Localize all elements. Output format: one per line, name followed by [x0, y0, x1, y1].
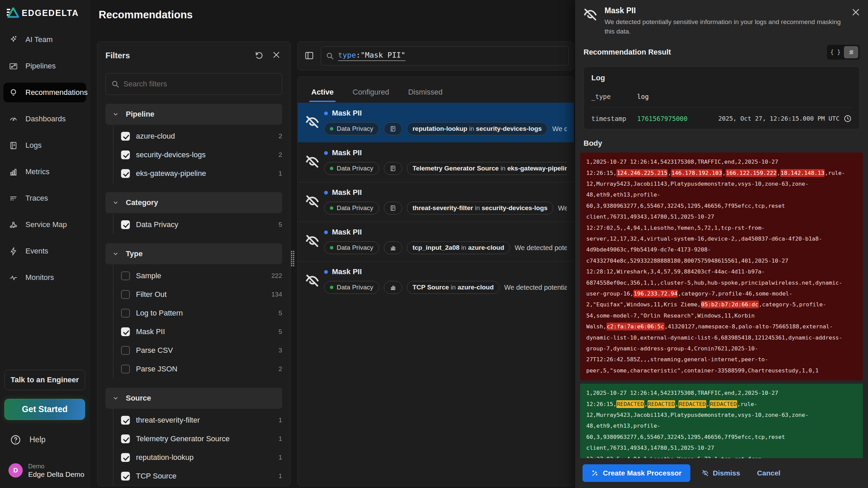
category-badge: Data Privacy: [324, 281, 379, 294]
sidebar-item-ai-team[interactable]: AI Team: [3, 30, 86, 49]
page-title: Recommendations: [99, 9, 193, 21]
sidebar-item-monitors[interactable]: Monitors: [3, 268, 86, 287]
filter-section-source[interactable]: Source: [105, 388, 282, 409]
filter-count: 1: [278, 472, 282, 480]
search-query[interactable]: type:"Mask PII": [338, 51, 406, 61]
talk-to-engineer-button[interactable]: Talk to an Engineer: [4, 370, 85, 390]
log-line: client,76731,49343,14780,51,2025-10-27: [586, 211, 857, 222]
get-started-button[interactable]: Get Started: [4, 399, 85, 420]
doc-icon: [390, 125, 396, 132]
filter-section-pipeline[interactable]: Pipeline: [105, 104, 282, 125]
sidebar-item-logs[interactable]: Logs: [3, 136, 86, 155]
log-line: Walsh,c2:fa:7a:e6:06:5c,41320127,namespa…: [586, 321, 857, 332]
checkbox[interactable]: [121, 132, 130, 141]
new-state-dot: [324, 230, 328, 234]
filter-search-input[interactable]: [123, 80, 276, 88]
checkbox[interactable]: [121, 290, 130, 299]
checkbox[interactable]: [121, 169, 130, 178]
panel-title: Mask PII: [605, 6, 848, 15]
reset-filters-button[interactable]: [253, 49, 264, 62]
checkbox[interactable]: [121, 327, 130, 336]
log-line: 54,some-model-7,"Orlin Research",Windows…: [586, 310, 857, 321]
filter-option-reputation-lookup[interactable]: reputation-lookup 1: [121, 448, 282, 467]
filter-section-category[interactable]: Category: [105, 192, 282, 213]
sidebar-item-service-map[interactable]: Service Map: [3, 215, 86, 235]
filter-option-sample[interactable]: Sample 222: [121, 266, 282, 285]
close-panel-button[interactable]: [851, 7, 861, 18]
sidebar-item-dashboards[interactable]: Dashboards: [3, 109, 86, 129]
log-line: 27T12:26:42.585Z,,,streaming,general-int…: [586, 354, 857, 365]
checkbox[interactable]: [121, 434, 130, 443]
checkbox[interactable]: [121, 271, 130, 280]
filter-option-security-devices-logs[interactable]: security-devices-logs 2: [121, 145, 282, 164]
new-state-dot: [324, 270, 328, 274]
pii-highlight: 18.142.148.13: [780, 169, 825, 177]
recommendation-detail-panel: Mask PII We detected potentially sensiti…: [575, 0, 868, 488]
filter-section-type[interactable]: Type: [105, 243, 282, 264]
edge-delta-logo-icon: [7, 7, 19, 18]
create-mask-processor-button[interactable]: Create Mask Processor: [583, 464, 690, 482]
sidebar-item-recommendations[interactable]: Recommendations: [3, 83, 86, 102]
filter-option-mask-pii[interactable]: Mask PII 5: [121, 322, 282, 341]
sidebar-item-metrics[interactable]: Metrics: [3, 162, 86, 182]
checkbox[interactable]: [121, 453, 130, 462]
help-item[interactable]: Help: [11, 435, 85, 445]
original-log-block[interactable]: 1,2025-10-27 12:26:14,5423175308,TRAFFIC…: [580, 152, 863, 380]
filter-option-azure-cloud[interactable]: azure-cloud 2: [121, 127, 282, 145]
checkbox[interactable]: [121, 346, 130, 355]
edge-delta-logo[interactable]: EDGEDELTA: [7, 7, 79, 18]
doc-badge: [384, 162, 402, 175]
panel-footer: Create Mask Processor Dismiss Cancel: [575, 458, 868, 488]
filter-option-parse-json[interactable]: Parse JSON 2: [121, 360, 282, 378]
filter-option-threat-severity-filter[interactable]: threat-severity-filter 1: [121, 411, 282, 429]
checkbox[interactable]: [121, 309, 130, 318]
dismiss-button[interactable]: Dismiss: [695, 464, 746, 482]
log-line: 1,2025-10-27 12:26:14,5423175308,TRAFFIC…: [586, 157, 857, 167]
tab-configured[interactable]: Configured: [353, 88, 389, 102]
filter-search-box[interactable]: [105, 73, 282, 95]
clock-icon: [844, 115, 852, 123]
sidebar-item-events[interactable]: Events: [3, 241, 86, 261]
filter-count: 5: [278, 309, 282, 317]
pii-highlight: 124.246.225.215: [616, 169, 668, 177]
log-line: 12:26:15,124.246.225.215,146.178.192.103…: [586, 168, 857, 179]
json-view-button[interactable]: { }: [828, 46, 843, 58]
card-description: We detected potentially sensitive inform…: [552, 125, 567, 133]
cancel-button[interactable]: Cancel: [751, 464, 787, 482]
panel-resize-handle[interactable]: [291, 251, 296, 267]
recommendation-search-box[interactable]: type:"Mask PII": [321, 46, 569, 65]
checkbox[interactable]: [121, 150, 130, 159]
checkbox[interactable]: [121, 365, 130, 373]
filter-option-log-to-pattern[interactable]: Log to Pattern 5: [121, 304, 282, 322]
recommendation-card[interactable]: Mask PII Data Privacy reputation-lookup …: [298, 103, 574, 142]
filter-option-tcp-source[interactable]: TCP Source 1: [121, 467, 282, 485]
log-line: 12:26:15,REDACTED,REDACTED,REDACTED,REDA…: [586, 399, 857, 410]
category-badge: Data Privacy: [324, 122, 379, 135]
filter-option-parse-csv[interactable]: Parse CSV 3: [121, 341, 282, 360]
view-toggle: { }: [827, 45, 860, 60]
filter-option-filter-out[interactable]: Filter Out 134: [121, 285, 282, 304]
checkbox[interactable]: [121, 220, 130, 229]
text-view-button[interactable]: [844, 46, 858, 58]
filter-option-eks-gateway-pipeline[interactable]: eks-gateway-pipeline 1: [121, 164, 282, 183]
avatar: D: [8, 463, 23, 477]
sidebar-item-label: Pipelines: [25, 62, 56, 70]
close-filters-button[interactable]: [271, 49, 282, 62]
tab-active[interactable]: Active: [311, 88, 334, 102]
recommendation-card[interactable]: Mask PII Data Privacy tcp_input_2a08 in …: [298, 222, 574, 261]
card-title: Mask PII: [332, 148, 362, 157]
recommendation-card[interactable]: Mask PII Data Privacy threat-severity-fi…: [298, 182, 574, 222]
sidebar-item-traces[interactable]: Traces: [3, 188, 86, 208]
sidebar-item-pipelines[interactable]: Pipelines: [3, 56, 86, 76]
filter-option-data-privacy[interactable]: Data Privacy 5: [121, 215, 282, 234]
source-badge: threat-severity-filter in security-devic…: [407, 202, 553, 215]
filter-count: 3: [278, 347, 282, 354]
collapse-sidebar-button[interactable]: [302, 49, 316, 63]
checkbox[interactable]: [121, 416, 130, 425]
user-account[interactable]: D Demo Edge Delta Demo: [8, 463, 85, 479]
recommendation-card[interactable]: Mask PII Data Privacy Telemetry Generato…: [298, 142, 574, 182]
tab-dismissed[interactable]: Dismissed: [408, 88, 442, 102]
recommendation-card[interactable]: Mask PII Data Privacy TCP Source in azur…: [298, 261, 574, 301]
filter-option-telemetry-generator-source[interactable]: Telemetry Generator Source 1: [121, 429, 282, 448]
checkbox[interactable]: [121, 472, 130, 481]
